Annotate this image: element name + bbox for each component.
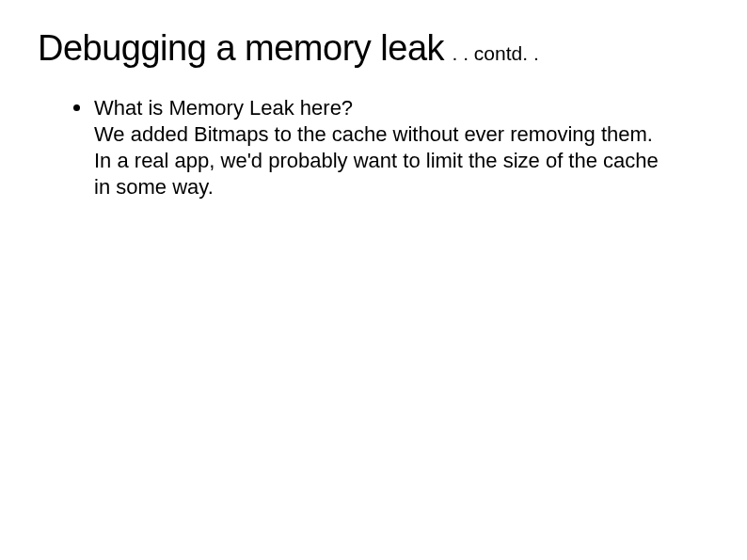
bullet-question: What is Memory Leak here? [94, 95, 672, 121]
bullet-answer: We added Bitmaps to the cache without ev… [94, 121, 672, 200]
slide: Debugging a memory leak . . contd. . Wha… [0, 0, 747, 560]
bullet-icon [73, 104, 80, 111]
slide-title-row: Debugging a memory leak . . contd. . [38, 28, 709, 69]
slide-title: Debugging a memory leak [38, 28, 444, 68]
slide-title-suffix: . . contd. . [453, 42, 539, 64]
list-item: What is Memory Leak here? We added Bitma… [94, 95, 672, 201]
slide-body: What is Memory Leak here? We added Bitma… [38, 95, 709, 201]
